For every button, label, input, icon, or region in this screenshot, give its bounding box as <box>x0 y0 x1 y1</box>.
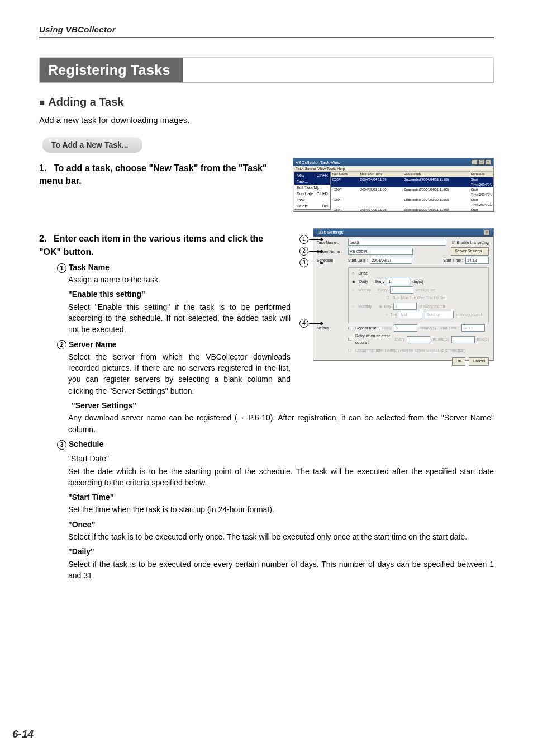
dialog-close-buttons: × <box>484 230 490 235</box>
section-heading: ■Adding a Task <box>39 96 494 108</box>
server-settings-button[interactable]: Server Settings... <box>451 247 489 256</box>
header-title: Using VBCollector <box>39 25 116 34</box>
weekly-value-input: 1 <box>390 286 413 294</box>
task-menu-dropdown[interactable]: New Task...Ctrl+N Edit Task(M)... Duplic… <box>294 172 331 210</box>
item-server-name-para: Select the server from which the VBColle… <box>68 351 291 396</box>
start-date-input[interactable]: 2004/09/17 <box>370 257 412 264</box>
start-time-label: Start Time : <box>443 257 463 264</box>
retry-checkbox[interactable]: ☐ <box>348 336 351 343</box>
sub-heading: To Add a New Task... <box>42 137 142 153</box>
item-enable-para: Select "Enable this setting" if the task… <box>68 301 291 336</box>
circled-1-icon: 1 <box>57 263 66 273</box>
circled-3-icon: 3 <box>57 440 66 450</box>
task-list[interactable]: rver NameNext Run TimeLast ResultSchedul… <box>331 172 493 210</box>
list-row[interactable]: -C50Fi2004/05/01 11:00Succeeded(2004/04/… <box>331 187 493 197</box>
list-row[interactable]: C50Fi2004/04/04 11:09Succeeded(2004/04/0… <box>331 177 493 187</box>
schedule-startdate-sub: "Start Date" <box>68 453 494 464</box>
schedule-once-para: Select if the task is to be executed onl… <box>68 531 494 542</box>
section-heading-text: Adding a Task <box>48 96 123 108</box>
schedule-daily-para: Select if the task is to be executed onc… <box>68 559 494 582</box>
menu-item-new-task[interactable]: New Task...Ctrl+N <box>294 172 330 185</box>
circled-2-icon: 2 <box>57 340 66 349</box>
item-schedule-head: 3Schedule <box>57 438 494 450</box>
intro-text: Add a new task for downloading images. <box>39 114 494 126</box>
start-time-input[interactable]: 14:13 <box>465 257 489 264</box>
page-number: 6-14 <box>12 728 34 740</box>
task-view-screenshot: VBCollector Task View _□× Task Server Vi… <box>293 158 494 211</box>
schedule-startdate-para: Set the date which is to be the starting… <box>68 466 494 489</box>
item-server-settings-sub: "Server Settings" <box>72 400 494 411</box>
weekly-radio[interactable]: ○ <box>352 287 354 294</box>
list-row[interactable]: -C50Fi2004/04/06 11:06Succeeded(2004/03/… <box>331 207 493 211</box>
window-title: VBCollector Task View <box>296 160 340 165</box>
window-titlebar: VBCollector Task View _□× <box>293 158 493 166</box>
details-label: Details <box>317 325 346 332</box>
step-2-text: 2.Enter each item in the various items a… <box>39 232 279 258</box>
recurrence-group: ○Once ◉Daily Every 1 day(s) ○Weekly Ever… <box>348 267 489 323</box>
schedule-daily-sub: "Daily" <box>68 546 494 557</box>
cancel-button[interactable]: Cancel <box>469 357 489 366</box>
ok-button[interactable]: OK <box>452 357 465 366</box>
header-band: Using VBCollector <box>39 25 494 38</box>
menu-bar[interactable]: Task Server View Tools Help <box>293 166 493 172</box>
menu-item-duplicate-task[interactable]: Duplicate TaskCtrl+D <box>294 191 330 203</box>
schedule-starttime-para: Set the time when the task is to start u… <box>68 504 494 515</box>
repeat-task-checkbox[interactable]: ☐ <box>348 325 351 332</box>
dialog-title: Task Settings <box>317 230 344 235</box>
title-bar: Registering Tasks <box>39 57 494 83</box>
close-icon: × <box>485 159 491 165</box>
schedule-starttime-sub: "Start Time" <box>68 492 494 503</box>
callout-1-icon: 1 <box>299 235 308 244</box>
callout-markers: 1 2 3 4 <box>299 235 311 330</box>
disconnect-checkbox: ☐ <box>348 347 351 354</box>
window-buttons: _□× <box>472 159 491 165</box>
dialog-titlebar: Task Settings × <box>313 229 493 237</box>
callout-3-icon: 3 <box>299 258 308 267</box>
page: Using VBCollector Registering Tasks ■Add… <box>0 0 533 756</box>
close-icon: × <box>484 230 490 235</box>
menu-item-delete-task[interactable]: Delete Task(R)Del <box>294 203 330 211</box>
server-name-select[interactable]: VB-C50iR <box>348 248 413 255</box>
callout-2-icon: 2 <box>299 247 308 256</box>
list-header: rver NameNext Run TimeLast ResultSchedul… <box>331 172 493 177</box>
start-date-label: Start Date : <box>348 257 368 264</box>
item-server-settings-para: Any download server name can be register… <box>68 412 494 435</box>
square-bullet-icon: ■ <box>39 97 45 108</box>
daily-value-input[interactable]: 1 <box>387 278 410 285</box>
task-name-input[interactable]: task8 <box>348 239 446 246</box>
page-heading: Registering Tasks <box>40 58 183 82</box>
daily-radio[interactable]: ◉ <box>352 278 355 285</box>
once-radio[interactable]: ○ <box>352 270 354 277</box>
step-1-text: 1.To add a task, choose "New Task" from … <box>39 162 279 187</box>
list-row[interactable]: -C50FiSucceeded(2004/03/30 11:09)Start T… <box>331 197 493 207</box>
monthly-radio[interactable]: ○ <box>352 303 354 310</box>
maximize-icon: □ <box>478 159 484 165</box>
task-settings-screenshot: Task Settings × Task Name : task8 ☑Enabl… <box>313 228 494 360</box>
minimize-icon: _ <box>472 159 478 165</box>
callout-4-icon: 4 <box>299 319 308 328</box>
enable-setting-checkbox[interactable]: ☑Enable this setting <box>452 239 489 246</box>
menu-item-edit-task[interactable]: Edit Task(M)... <box>294 185 330 191</box>
schedule-once-sub: "Once" <box>68 519 494 530</box>
